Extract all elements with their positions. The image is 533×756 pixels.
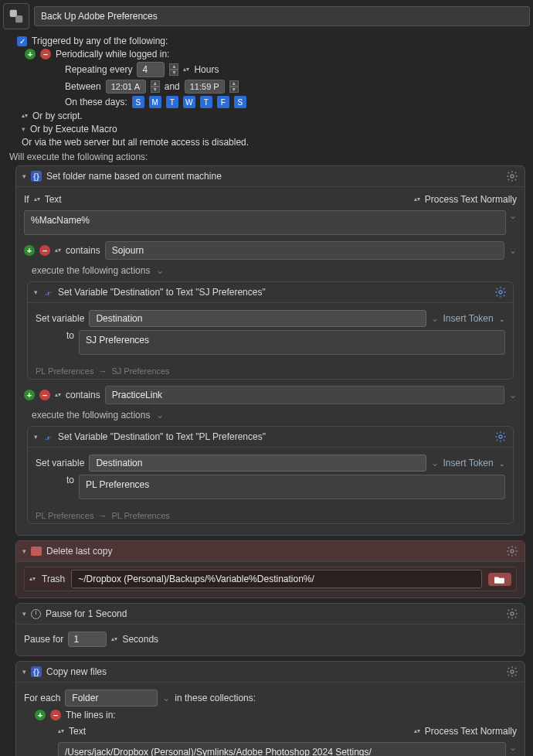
gear-icon[interactable] — [494, 431, 507, 443]
contains-selector[interactable]: ▴▾ — [55, 392, 61, 398]
and-label: and — [165, 81, 180, 92]
gear-icon[interactable] — [506, 545, 518, 557]
remove-trigger-button[interactable]: – — [40, 49, 51, 60]
day-tue[interactable]: T — [166, 96, 178, 108]
or-macro-disclosure[interactable]: ▾ — [22, 125, 25, 133]
variable-icon: 𝓍 — [42, 431, 53, 442]
trash-path-input[interactable] — [71, 570, 482, 588]
add-condition-button[interactable]: + — [24, 245, 35, 256]
repeat-value-input[interactable] — [137, 62, 165, 77]
exec-chevron[interactable]: ⌄ — [156, 265, 164, 276]
unit-selector[interactable]: ▴▾ — [111, 636, 117, 642]
paths-textarea[interactable]: /Users/jack/Dropbox (Personal)/Symlinks/… — [58, 742, 506, 756]
foreach-chevron[interactable]: ⌄ — [162, 693, 170, 703]
foreach-value: Folder — [72, 693, 98, 703]
if-menu-selector[interactable]: ▴▾ — [34, 196, 40, 203]
add-condition-button[interactable]: + — [24, 390, 35, 400]
or-script-selector[interactable]: ▴▾ — [22, 113, 28, 119]
foreach-select[interactable]: Folder — [65, 690, 158, 707]
gear-icon[interactable] — [506, 666, 518, 678]
setvar-label: Set variable — [36, 458, 84, 468]
var-name-select[interactable]: Destination — [89, 455, 426, 472]
token-chevron[interactable]: ⌄ — [509, 245, 517, 256]
text-selector[interactable]: ▴▾ — [58, 728, 64, 734]
process-text: Process Text Normally — [425, 726, 517, 737]
disclosure-icon[interactable]: ▾ — [34, 288, 38, 296]
add-collection-button[interactable]: + — [35, 710, 46, 720]
process-selector[interactable]: ▴▾ — [414, 728, 420, 734]
crumb-left: PL Preferences — [36, 366, 93, 376]
exec-following: execute the following actions — [32, 265, 150, 276]
token-chevron[interactable]: ⌄ — [509, 742, 517, 756]
foreach-label: For each — [24, 693, 60, 703]
day-sun[interactable]: S — [132, 96, 144, 108]
trash-label: Trash — [42, 574, 65, 584]
pause-unit: Seconds — [122, 634, 158, 645]
crumb-right: PL Preferences — [111, 511, 169, 520]
day-mon[interactable]: M — [149, 96, 161, 108]
svg-point-2 — [511, 175, 514, 178]
remove-collection-button[interactable]: – — [50, 710, 61, 720]
pause-value-input[interactable] — [68, 632, 107, 647]
var-name-value: Destination — [96, 458, 142, 468]
gear-icon[interactable] — [494, 286, 507, 298]
disclosure-icon[interactable]: ▾ — [22, 547, 26, 555]
time-start-stepper[interactable]: ▲▼ — [151, 80, 160, 93]
action-title: Set folder name based on current machine — [46, 171, 222, 182]
contains-selector[interactable]: ▴▾ — [55, 247, 61, 254]
insert-token-link[interactable]: Insert Token ⌄ — [443, 313, 506, 324]
day-fri[interactable]: F — [217, 96, 229, 108]
gear-icon[interactable] — [506, 608, 518, 620]
contains-label: contains — [66, 245, 100, 256]
exec-chevron[interactable]: ⌄ — [156, 410, 164, 421]
var-chevron[interactable]: ⌄ — [431, 458, 439, 468]
day-sat[interactable]: S — [234, 96, 246, 108]
to-value-textarea[interactable]: SJ Preferences — [79, 330, 505, 355]
disclosure-icon[interactable]: ▾ — [22, 610, 26, 618]
arrow-icon: → — [98, 366, 107, 376]
macname-textarea[interactable]: %MacName% — [24, 210, 506, 235]
remove-condition-button[interactable]: – — [39, 390, 50, 400]
time-start-input[interactable] — [106, 80, 146, 94]
contains-value-2[interactable] — [105, 386, 504, 404]
repeat-stepper[interactable]: ▲▼ — [169, 63, 178, 76]
add-trigger-button[interactable]: + — [25, 49, 36, 60]
pause-label: Pause for — [24, 634, 63, 645]
repeat-label: Repeating every — [65, 64, 132, 75]
insert-token-link[interactable]: Insert Token ⌄ — [443, 458, 506, 468]
contains-value-1[interactable] — [105, 241, 504, 260]
action-set-folder: ▾ {} Set folder name based on current ma… — [15, 165, 525, 536]
svg-rect-0 — [10, 10, 17, 17]
svg-point-7 — [511, 670, 514, 673]
action-delete: ▾ Delete last copy ▴▾ Trash — [15, 540, 525, 598]
day-thu[interactable]: T — [200, 96, 212, 108]
crumb-left: PL Preferences — [36, 511, 93, 520]
disclosure-icon[interactable]: ▾ — [22, 172, 26, 180]
path-picker-button[interactable] — [488, 573, 511, 586]
var-name-value: Destination — [96, 313, 142, 324]
gear-icon[interactable] — [506, 170, 518, 182]
between-label: Between — [65, 81, 101, 92]
to-label: to — [36, 330, 74, 341]
disclosure-icon[interactable]: ▾ — [22, 668, 26, 676]
process-selector[interactable]: ▴▾ — [414, 196, 420, 203]
setvar-label: Set variable — [36, 313, 84, 324]
svg-point-4 — [499, 435, 502, 438]
if-menu: Text — [45, 194, 62, 205]
action-pause: ▾ Pause for 1 Second Pause for ▴▾ Second… — [15, 603, 525, 656]
disclosure-icon[interactable]: ▾ — [34, 433, 38, 441]
remove-condition-button[interactable]: – — [39, 245, 50, 256]
trigger-checkbox[interactable]: ✓ — [17, 36, 27, 46]
token-chevron[interactable]: ⌄ — [509, 390, 517, 400]
var-name-select[interactable]: Destination — [89, 310, 426, 327]
day-wed[interactable]: W — [183, 96, 195, 108]
var-chevron[interactable]: ⌄ — [431, 313, 439, 324]
time-end-stepper[interactable]: ▲▼ — [229, 80, 239, 93]
to-value-textarea[interactable]: PL Preferences — [79, 475, 505, 499]
macro-title-input[interactable] — [34, 6, 530, 26]
unit-selector[interactable]: ▴▾ — [183, 66, 189, 73]
token-chevron[interactable]: ⌄ — [509, 210, 517, 235]
time-end-input[interactable] — [185, 80, 225, 94]
pause-title: Pause for 1 Second — [46, 608, 127, 619]
trash-selector[interactable]: ▴▾ — [29, 576, 36, 582]
